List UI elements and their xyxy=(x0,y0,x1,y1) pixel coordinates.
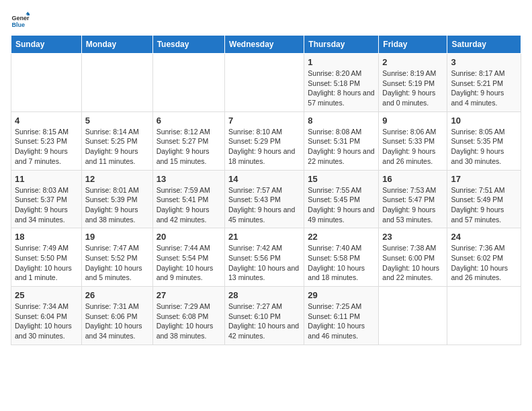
header: General Blue xyxy=(11,11,521,30)
week-row-4: 18Sunrise: 7:49 AM Sunset: 5:50 PM Dayli… xyxy=(11,228,521,287)
day-number: 11 xyxy=(15,174,78,184)
day-number: 27 xyxy=(157,290,221,300)
day-number: 7 xyxy=(228,116,300,126)
calendar-cell: 26Sunrise: 7:31 AM Sunset: 6:06 PM Dayli… xyxy=(81,287,152,345)
weekday-header-thursday: Thursday xyxy=(304,36,379,54)
calendar-cell: 20Sunrise: 7:44 AM Sunset: 5:54 PM Dayli… xyxy=(152,228,224,287)
calendar-header: SundayMondayTuesdayWednesdayThursdayFrid… xyxy=(11,36,521,54)
day-number: 9 xyxy=(382,116,443,126)
day-info: Sunrise: 7:57 AM Sunset: 5:43 PM Dayligh… xyxy=(228,185,300,225)
calendar-cell: 7Sunrise: 8:10 AM Sunset: 5:29 PM Daylig… xyxy=(225,111,304,170)
calendar-cell xyxy=(225,54,304,112)
day-info: Sunrise: 7:29 AM Sunset: 6:08 PM Dayligh… xyxy=(157,302,221,341)
logo-icon: General Blue xyxy=(11,11,30,30)
day-number: 17 xyxy=(451,174,517,184)
week-row-5: 25Sunrise: 7:34 AM Sunset: 6:04 PM Dayli… xyxy=(11,287,521,345)
calendar-cell: 12Sunrise: 8:01 AM Sunset: 5:39 PM Dayli… xyxy=(81,170,152,228)
weekday-header-tuesday: Tuesday xyxy=(152,36,224,54)
day-info: Sunrise: 7:38 AM Sunset: 6:00 PM Dayligh… xyxy=(382,243,443,283)
weekday-header-monday: Monday xyxy=(81,36,152,54)
weekday-header-row: SundayMondayTuesdayWednesdayThursdayFrid… xyxy=(11,36,521,54)
day-info: Sunrise: 8:10 AM Sunset: 5:29 PM Dayligh… xyxy=(228,127,300,167)
day-number: 8 xyxy=(308,116,375,126)
day-info: Sunrise: 7:49 AM Sunset: 5:50 PM Dayligh… xyxy=(15,243,78,283)
weekday-header-friday: Friday xyxy=(379,36,447,54)
day-number: 3 xyxy=(451,57,517,67)
day-number: 6 xyxy=(157,116,221,126)
calendar-cell xyxy=(152,54,224,112)
logo: General Blue xyxy=(11,11,32,30)
calendar-cell xyxy=(11,54,82,112)
day-info: Sunrise: 8:19 AM Sunset: 5:19 PM Dayligh… xyxy=(382,68,443,108)
weekday-header-saturday: Saturday xyxy=(447,36,521,54)
calendar-cell: 10Sunrise: 8:05 AM Sunset: 5:35 PM Dayli… xyxy=(447,111,521,170)
calendar-cell: 22Sunrise: 7:40 AM Sunset: 5:58 PM Dayli… xyxy=(304,228,379,287)
calendar-cell: 8Sunrise: 8:08 AM Sunset: 5:31 PM Daylig… xyxy=(304,111,379,170)
calendar-body: 1Sunrise: 8:20 AM Sunset: 5:18 PM Daylig… xyxy=(11,54,521,345)
day-number: 10 xyxy=(451,116,517,126)
day-info: Sunrise: 8:08 AM Sunset: 5:31 PM Dayligh… xyxy=(308,127,375,167)
calendar-cell: 3Sunrise: 8:17 AM Sunset: 5:21 PM Daylig… xyxy=(447,54,521,112)
calendar-cell: 17Sunrise: 7:51 AM Sunset: 5:49 PM Dayli… xyxy=(447,170,521,228)
weekday-header-sunday: Sunday xyxy=(11,36,82,54)
calendar-cell: 15Sunrise: 7:55 AM Sunset: 5:45 PM Dayli… xyxy=(304,170,379,228)
day-number: 29 xyxy=(308,290,375,300)
calendar-cell: 2Sunrise: 8:19 AM Sunset: 5:19 PM Daylig… xyxy=(379,54,447,112)
calendar-cell: 24Sunrise: 7:36 AM Sunset: 6:02 PM Dayli… xyxy=(447,228,521,287)
day-info: Sunrise: 7:55 AM Sunset: 5:45 PM Dayligh… xyxy=(308,185,375,225)
day-number: 12 xyxy=(85,174,149,184)
svg-text:General: General xyxy=(11,15,30,21)
calendar-cell: 25Sunrise: 7:34 AM Sunset: 6:04 PM Dayli… xyxy=(11,287,82,345)
calendar-cell xyxy=(447,287,521,345)
day-info: Sunrise: 7:51 AM Sunset: 5:49 PM Dayligh… xyxy=(451,185,517,225)
day-number: 21 xyxy=(228,232,300,242)
calendar-cell: 29Sunrise: 7:25 AM Sunset: 6:11 PM Dayli… xyxy=(304,287,379,345)
calendar-cell: 13Sunrise: 7:59 AM Sunset: 5:41 PM Dayli… xyxy=(152,170,224,228)
day-info: Sunrise: 8:17 AM Sunset: 5:21 PM Dayligh… xyxy=(451,68,517,108)
day-number: 2 xyxy=(382,57,443,67)
day-number: 22 xyxy=(308,232,375,242)
day-number: 18 xyxy=(15,232,78,242)
day-number: 23 xyxy=(382,232,443,242)
calendar-cell: 4Sunrise: 8:15 AM Sunset: 5:23 PM Daylig… xyxy=(11,111,82,170)
calendar-cell: 1Sunrise: 8:20 AM Sunset: 5:18 PM Daylig… xyxy=(304,54,379,112)
week-row-1: 1Sunrise: 8:20 AM Sunset: 5:18 PM Daylig… xyxy=(11,54,521,112)
day-info: Sunrise: 7:53 AM Sunset: 5:47 PM Dayligh… xyxy=(382,185,443,225)
calendar-cell: 16Sunrise: 7:53 AM Sunset: 5:47 PM Dayli… xyxy=(379,170,447,228)
calendar-cell: 9Sunrise: 8:06 AM Sunset: 5:33 PM Daylig… xyxy=(379,111,447,170)
day-number: 1 xyxy=(308,57,375,67)
calendar-cell: 21Sunrise: 7:42 AM Sunset: 5:56 PM Dayli… xyxy=(225,228,304,287)
day-number: 4 xyxy=(15,116,78,126)
calendar-table: SundayMondayTuesdayWednesdayThursdayFrid… xyxy=(11,35,521,345)
day-number: 5 xyxy=(85,116,149,126)
day-info: Sunrise: 7:40 AM Sunset: 5:58 PM Dayligh… xyxy=(308,243,375,283)
day-info: Sunrise: 8:14 AM Sunset: 5:25 PM Dayligh… xyxy=(85,127,149,167)
day-info: Sunrise: 7:59 AM Sunset: 5:41 PM Dayligh… xyxy=(157,185,221,225)
day-number: 28 xyxy=(228,290,300,300)
day-info: Sunrise: 7:34 AM Sunset: 6:04 PM Dayligh… xyxy=(15,302,78,341)
day-info: Sunrise: 7:31 AM Sunset: 6:06 PM Dayligh… xyxy=(85,302,149,341)
day-info: Sunrise: 8:03 AM Sunset: 5:37 PM Dayligh… xyxy=(15,185,78,225)
day-number: 13 xyxy=(157,174,221,184)
day-info: Sunrise: 7:27 AM Sunset: 6:10 PM Dayligh… xyxy=(228,302,300,341)
svg-text:Blue: Blue xyxy=(11,21,25,28)
day-info: Sunrise: 7:25 AM Sunset: 6:11 PM Dayligh… xyxy=(308,302,375,341)
day-number: 24 xyxy=(451,232,517,242)
day-info: Sunrise: 8:20 AM Sunset: 5:18 PM Dayligh… xyxy=(308,68,375,108)
day-number: 19 xyxy=(85,232,149,242)
day-number: 26 xyxy=(85,290,149,300)
calendar-cell: 11Sunrise: 8:03 AM Sunset: 5:37 PM Dayli… xyxy=(11,170,82,228)
day-number: 16 xyxy=(382,174,443,184)
calendar-cell: 19Sunrise: 7:47 AM Sunset: 5:52 PM Dayli… xyxy=(81,228,152,287)
calendar-cell: 18Sunrise: 7:49 AM Sunset: 5:50 PM Dayli… xyxy=(11,228,82,287)
day-number: 14 xyxy=(228,174,300,184)
day-info: Sunrise: 7:42 AM Sunset: 5:56 PM Dayligh… xyxy=(228,243,300,283)
day-number: 15 xyxy=(308,174,375,184)
day-number: 25 xyxy=(15,290,78,300)
week-row-3: 11Sunrise: 8:03 AM Sunset: 5:37 PM Dayli… xyxy=(11,170,521,228)
day-info: Sunrise: 7:47 AM Sunset: 5:52 PM Dayligh… xyxy=(85,243,149,283)
calendar-cell: 27Sunrise: 7:29 AM Sunset: 6:08 PM Dayli… xyxy=(152,287,224,345)
calendar-cell xyxy=(81,54,152,112)
day-info: Sunrise: 8:06 AM Sunset: 5:33 PM Dayligh… xyxy=(382,127,443,167)
day-number: 20 xyxy=(157,232,221,242)
